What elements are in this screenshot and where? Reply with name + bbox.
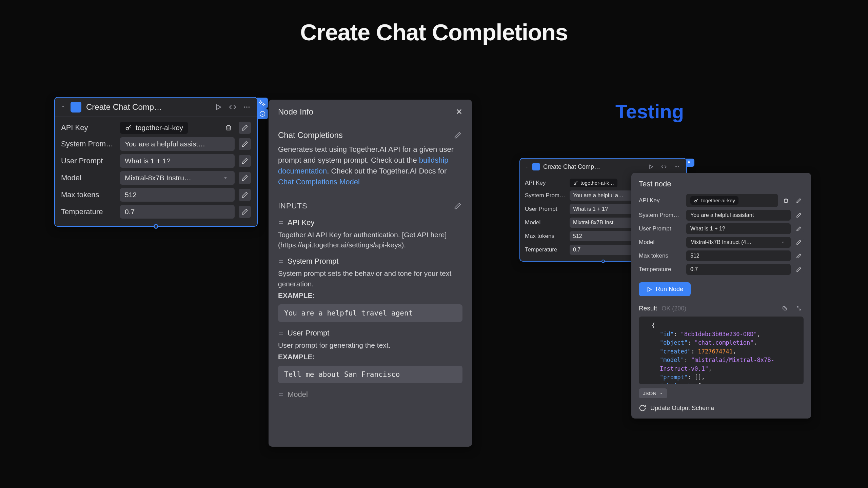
- input-name: Model: [288, 390, 308, 399]
- svg-point-3: [249, 106, 250, 108]
- input-desc: User prompt for generating the text.: [278, 340, 462, 350]
- node-logo: [71, 102, 81, 113]
- input-block-api-key: API Key Together AI API Key for authenti…: [269, 214, 472, 252]
- svg-point-5: [675, 166, 676, 167]
- close-button[interactable]: ✕: [456, 107, 462, 117]
- format-selector[interactable]: JSON: [639, 388, 667, 398]
- user-prompt-label: User Prompt: [525, 206, 566, 212]
- model-label: Model: [525, 219, 566, 226]
- result-status: OK (200): [662, 305, 686, 312]
- svg-point-7: [678, 166, 679, 167]
- info-subhead: Chat Completions: [278, 130, 343, 140]
- info-panel-title: Node Info: [278, 107, 313, 117]
- node-title: Create Chat Comp…: [543, 163, 643, 170]
- model-select[interactable]: Mixtral-8x7B Instruct (4…: [686, 237, 791, 248]
- max-tokens-label: Max tokens: [639, 252, 683, 259]
- edit-system-prompt-button[interactable]: [239, 138, 251, 150]
- collapse-icon[interactable]: [60, 104, 66, 110]
- system-prompt-value[interactable]: You are a helpful assistant: [686, 210, 791, 221]
- api-key-label: API Key: [525, 180, 566, 186]
- chevron-down-icon: [222, 175, 230, 181]
- test-node-panel: Test node API Key together-ai-key System…: [631, 173, 811, 419]
- input-block-user-prompt: User Prompt User prompt for generating t…: [269, 324, 472, 385]
- code-icon[interactable]: [659, 162, 669, 171]
- max-tokens-value[interactable]: 512: [120, 188, 235, 202]
- info-tab[interactable]: [257, 108, 268, 119]
- side-tabs: [686, 159, 694, 167]
- user-prompt-label: User Prompt: [639, 225, 683, 232]
- api-key-name: together-ai-key: [136, 124, 183, 132]
- play-icon[interactable]: [214, 102, 223, 112]
- example-code: You are a helpful travel agent: [278, 304, 462, 322]
- edit-temperature-button[interactable]: [239, 206, 251, 218]
- node-output-dot[interactable]: [154, 224, 158, 229]
- more-icon[interactable]: [672, 162, 682, 171]
- example-label: EXAMPLE:: [278, 290, 462, 301]
- result-label: Result: [639, 305, 657, 312]
- chat-completions-link[interactable]: Chat Completions Model: [278, 178, 360, 186]
- play-icon[interactable]: [646, 162, 656, 171]
- edit-button[interactable]: [794, 251, 804, 261]
- temperature-label: Temperature: [61, 207, 116, 216]
- system-prompt-value[interactable]: You are a helpful assist…: [120, 137, 235, 151]
- max-tokens-value[interactable]: 512: [686, 250, 791, 261]
- temperature-label: Temperature: [639, 266, 683, 273]
- copy-icon[interactable]: [780, 304, 789, 313]
- input-desc: Together AI API Key for authentication. …: [278, 230, 462, 250]
- model-value: Mixtral-8x7B Instru…: [125, 174, 191, 182]
- edit-button[interactable]: [794, 224, 804, 233]
- edit-max-tokens-button[interactable]: [239, 189, 251, 201]
- side-tabs: [257, 98, 268, 119]
- node-logo: [532, 163, 540, 170]
- expand-icon[interactable]: [794, 304, 804, 313]
- edit-inputs-button[interactable]: [453, 201, 462, 211]
- delete-api-key-button[interactable]: [222, 122, 235, 134]
- more-icon[interactable]: [242, 102, 252, 112]
- temperature-label: Temperature: [525, 246, 566, 253]
- input-name: System Prompt: [288, 257, 338, 266]
- node-output-dot[interactable]: [601, 260, 605, 263]
- temperature-value[interactable]: 0.7: [120, 205, 235, 219]
- edit-user-prompt-button[interactable]: [239, 155, 251, 167]
- edit-model-button[interactable]: [239, 172, 251, 184]
- user-prompt-value[interactable]: What is 1 + 1?: [686, 223, 791, 234]
- node-card: Create Chat Comp… API Key together-ai-ke…: [54, 97, 258, 227]
- api-key-label: API Key: [61, 123, 116, 132]
- magic-tab[interactable]: [686, 159, 694, 167]
- svg-point-6: [676, 166, 677, 167]
- node-title: Create Chat Comp…: [86, 102, 209, 112]
- example-code: Tell me about San Francisco: [278, 366, 462, 383]
- delete-button[interactable]: [781, 196, 791, 205]
- edit-button[interactable]: [794, 196, 804, 205]
- system-prompt-label: System Prom…: [525, 192, 566, 199]
- model-label: Model: [639, 239, 683, 246]
- user-prompt-value[interactable]: What is 1 + 1?: [120, 154, 235, 168]
- edit-button[interactable]: [794, 238, 804, 247]
- api-key-value[interactable]: together-ai-key: [120, 122, 218, 134]
- model-select[interactable]: Mixtral-8x7B Instru…: [120, 171, 235, 185]
- input-block-model: Model: [269, 385, 472, 404]
- max-tokens-label: Max tokens: [525, 233, 566, 240]
- user-prompt-label: User Prompt: [61, 157, 116, 165]
- code-icon[interactable]: [228, 102, 237, 112]
- input-block-system-prompt: System Prompt System prompt sets the beh…: [269, 252, 472, 324]
- api-key-value[interactable]: together-ai-key: [686, 194, 778, 207]
- collapse-icon[interactable]: [525, 162, 529, 171]
- temperature-value[interactable]: 0.7: [686, 264, 791, 275]
- edit-button[interactable]: [794, 210, 804, 220]
- test-panel-title: Test node: [639, 180, 804, 188]
- testing-label: Testing: [615, 100, 684, 123]
- node-info-panel: Node Info ✕ Chat Completions Generates t…: [269, 100, 472, 447]
- page-heading: Create Chat Completions: [0, 19, 868, 45]
- info-description: Generates text using Together.AI API for…: [278, 144, 462, 187]
- result-output: { "id": "8cb1debc3b03e230-ORD", "object"…: [639, 317, 804, 384]
- chevron-down-icon: [781, 240, 787, 245]
- system-prompt-label: System Prom…: [61, 140, 116, 148]
- edit-api-key-button[interactable]: [239, 122, 251, 134]
- max-tokens-label: Max tokens: [61, 190, 116, 199]
- edit-info-button[interactable]: [453, 130, 462, 140]
- magic-tab[interactable]: [257, 98, 268, 108]
- edit-button[interactable]: [794, 265, 804, 274]
- run-node-button[interactable]: Run Node: [639, 282, 691, 296]
- update-schema-button[interactable]: Update Output Schema: [639, 404, 804, 412]
